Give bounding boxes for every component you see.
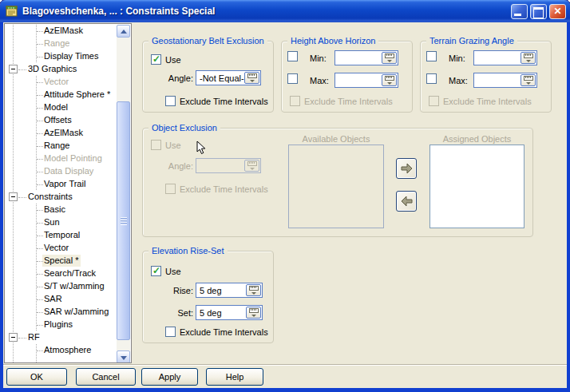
tree-item[interactable]: Atmosphere bbox=[5, 344, 117, 357]
tree-item[interactable]: Model Pointing bbox=[5, 152, 117, 165]
tree-item[interactable]: Model bbox=[5, 101, 117, 114]
height-max-field[interactable] bbox=[334, 73, 398, 88]
geo-angle-value: -Not Equal- bbox=[196, 73, 244, 83]
terrain-min-label: Min: bbox=[449, 53, 465, 63]
ruler-dropdown-icon bbox=[249, 308, 259, 317]
tree-item[interactable]: SAR bbox=[5, 293, 117, 306]
tree-item-label: SAR w/Jamming bbox=[42, 306, 111, 318]
tree-item[interactable]: 3D Graphics bbox=[5, 63, 117, 76]
close-button[interactable] bbox=[549, 4, 566, 19]
ruler-dropdown-icon bbox=[247, 73, 257, 82]
tree-item-label: Data Display bbox=[42, 165, 96, 177]
scroll-down-button[interactable] bbox=[117, 350, 130, 363]
elevation-exclude-checkbox[interactable] bbox=[165, 327, 176, 337]
units-button bbox=[244, 160, 259, 172]
tree-item[interactable]: Vector bbox=[5, 76, 117, 89]
geo-angle-field[interactable]: -Not Equal- bbox=[196, 70, 261, 85]
height-max-checkbox[interactable] bbox=[287, 73, 298, 84]
rise-field[interactable]: 5 deg bbox=[196, 283, 263, 298]
tree-item[interactable]: Plugins bbox=[5, 319, 117, 331]
tree-item[interactable]: Offsets bbox=[5, 114, 117, 127]
mouse-cursor-icon bbox=[196, 141, 206, 156]
tree-item[interactable]: RF bbox=[5, 331, 117, 344]
tree-item[interactable]: Sun bbox=[5, 216, 117, 229]
tree-item[interactable]: S/T w/Jamming bbox=[5, 280, 117, 293]
tree-item[interactable]: Vapor Trail bbox=[5, 178, 117, 191]
units-button[interactable] bbox=[246, 307, 261, 319]
set-field[interactable]: 5 deg bbox=[196, 305, 263, 320]
tree-item[interactable]: Search/Track bbox=[5, 267, 117, 280]
geo-angle-label: Angle: bbox=[164, 73, 193, 83]
tree-item-label: Basic bbox=[42, 204, 68, 216]
units-button[interactable] bbox=[521, 52, 536, 64]
available-objects-list bbox=[288, 145, 384, 228]
tree-item[interactable]: Temporal bbox=[5, 229, 117, 242]
assign-object-button[interactable] bbox=[396, 158, 417, 179]
tree-item[interactable]: Display Times bbox=[5, 50, 117, 63]
tree-item[interactable]: Special * bbox=[5, 255, 117, 267]
down-arrow-icon bbox=[121, 356, 127, 360]
minimize-button[interactable] bbox=[511, 4, 528, 19]
object-exclude-label: Exclude Time Intervals bbox=[180, 184, 268, 194]
app-icon bbox=[6, 5, 18, 18]
tree-item[interactable]: Data Display bbox=[5, 165, 117, 178]
tree-item-label: SAR bbox=[42, 293, 65, 305]
title-bar[interactable]: Blagoveshchenka, ... : Constraints Speci… bbox=[0, 0, 570, 22]
units-button[interactable] bbox=[382, 74, 397, 86]
scrollbar-thumb[interactable] bbox=[117, 101, 130, 340]
ok-button[interactable]: OK bbox=[6, 368, 67, 386]
units-button[interactable] bbox=[244, 72, 259, 84]
object-exclude-checkbox bbox=[165, 184, 176, 194]
geo-exclude-checkbox[interactable] bbox=[165, 96, 176, 106]
tree-item-label: Model bbox=[42, 101, 70, 113]
units-button[interactable] bbox=[382, 52, 397, 64]
maximize-button[interactable] bbox=[530, 4, 547, 19]
terrain-max-checkbox[interactable] bbox=[426, 73, 437, 84]
group-title: Terrain Grazing Angle bbox=[426, 36, 517, 46]
tree-item-label: Plugins bbox=[42, 319, 75, 331]
tree-item[interactable]: Range bbox=[5, 140, 117, 152]
tree-item[interactable]: Range bbox=[5, 38, 117, 50]
tree-item[interactable]: Basic bbox=[5, 204, 117, 216]
height-min-checkbox[interactable] bbox=[287, 51, 298, 61]
apply-button[interactable]: Apply bbox=[141, 368, 198, 386]
tree-item[interactable]: AzElMask bbox=[5, 127, 117, 140]
assigned-objects-list[interactable] bbox=[429, 145, 524, 228]
tree-item[interactable]: AzElMask bbox=[5, 25, 117, 38]
remove-object-button[interactable] bbox=[396, 191, 417, 212]
tree-item[interactable]: Vector bbox=[5, 242, 117, 255]
tree-vertical-scrollbar[interactable] bbox=[117, 25, 130, 363]
set-label: Set: bbox=[164, 308, 193, 318]
scroll-up-button[interactable] bbox=[117, 25, 130, 38]
tree-item-label: Display Times bbox=[42, 50, 101, 62]
tree-item[interactable]: SAR w/Jamming bbox=[5, 306, 117, 319]
units-button[interactable] bbox=[246, 284, 261, 296]
ruler-dropdown-icon bbox=[385, 76, 394, 85]
cancel-button[interactable]: Cancel bbox=[76, 368, 136, 386]
tree-item[interactable]: Constraints bbox=[5, 191, 117, 204]
tree-item-label: AzElMask bbox=[42, 25, 85, 37]
terrain-min-field[interactable] bbox=[473, 50, 537, 65]
tree-collapse-icon[interactable] bbox=[9, 65, 18, 73]
tree-item-label: Vector bbox=[42, 242, 71, 254]
units-button[interactable] bbox=[521, 74, 536, 86]
right-arrow-icon bbox=[401, 163, 413, 174]
tree-item-label: Attitude Sphere * bbox=[42, 89, 113, 101]
rise-value: 5 deg bbox=[196, 286, 246, 295]
terrain-min-checkbox[interactable] bbox=[426, 51, 437, 61]
height-min-field[interactable] bbox=[334, 50, 398, 65]
button-bar-divider bbox=[3, 364, 567, 366]
assigned-objects-label: Assigned Objects bbox=[429, 134, 524, 144]
tree-view[interactable]: AzElMaskRangeDisplay Times3D GraphicsVec… bbox=[4, 23, 132, 363]
geo-use-label: Use bbox=[165, 55, 181, 65]
terrain-max-field[interactable] bbox=[473, 73, 537, 88]
elevation-use-checkbox[interactable] bbox=[151, 266, 161, 276]
terrain-exclude-label: Exclude Time Intervals bbox=[443, 97, 532, 106]
tree-collapse-icon[interactable] bbox=[9, 333, 18, 342]
help-button[interactable]: Help bbox=[206, 368, 263, 386]
tree-item-label: RF bbox=[26, 331, 42, 343]
geo-use-checkbox[interactable] bbox=[151, 54, 161, 65]
tree-item[interactable]: Attitude Sphere * bbox=[5, 89, 117, 101]
tree-item-label: Range bbox=[42, 38, 72, 49]
tree-collapse-icon[interactable] bbox=[9, 192, 18, 201]
